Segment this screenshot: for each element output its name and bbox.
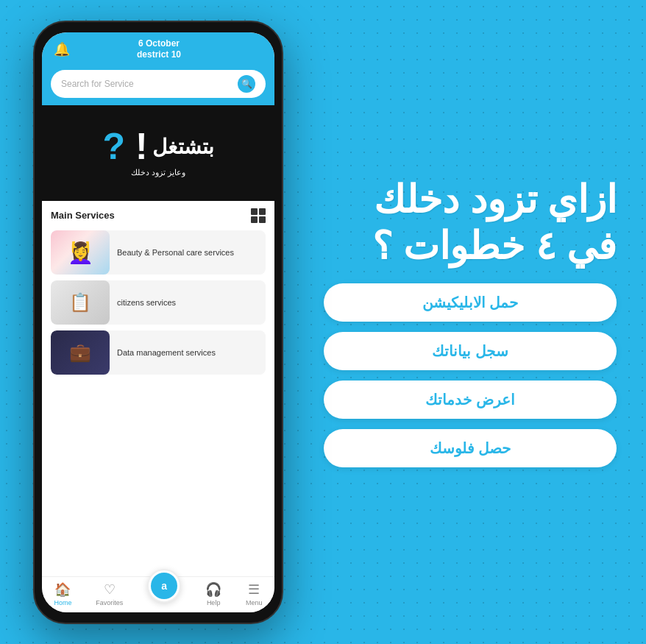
service-label-data: Data management services — [110, 348, 223, 357]
hero-subtitle: وعايز تزود دخلك — [102, 168, 213, 177]
nav-center-icon: a — [151, 573, 177, 599]
favorites-icon: ♡ — [104, 581, 116, 598]
search-input-container[interactable]: Search for Service 🔍 — [51, 70, 266, 98]
services-section: Main Services Beauty & Personal care ser… — [42, 201, 274, 576]
district-text: destrict 10 — [137, 49, 181, 61]
search-bar-area: Search for Service 🔍 — [42, 66, 274, 105]
services-title: Main Services — [51, 210, 115, 221]
bell-icon: 🔔 — [54, 41, 70, 57]
bottom-nav: 🏠 Home ♡ Favorites a 🎧 Help — [42, 576, 274, 612]
nav-menu-label: Menu — [246, 599, 263, 606]
nav-home-label: Home — [54, 599, 71, 606]
step4-button[interactable]: حصل فلوسك — [324, 429, 617, 467]
hero-question-mark: ? — [102, 126, 125, 167]
headline-line2: في ٤ خطوات ؟ — [324, 223, 617, 269]
nav-help[interactable]: 🎧 Help — [205, 581, 221, 606]
hero-exclaim: ! — [135, 126, 148, 167]
step2-button[interactable]: سجل بياناتك — [324, 332, 617, 370]
steps-list: حمل الابليكيشن سجل بياناتك اعرض خدماتك ح… — [324, 283, 617, 467]
hero-content: ? ! بتشتغل وعايز تزود دخلك — [102, 128, 213, 177]
service-card-citizens[interactable]: citizens services — [51, 280, 266, 325]
step3-button[interactable]: اعرض خدماتك — [324, 381, 617, 419]
status-bar: 🔔 6 October destrict 10 — [42, 32, 274, 66]
search-icon[interactable]: 🔍 — [238, 75, 255, 93]
left-panel: 🔔 6 October destrict 10 Search for Servi… — [0, 0, 309, 644]
grid-view-icon[interactable] — [251, 208, 266, 223]
main-layout: 🔔 6 October destrict 10 Search for Servi… — [0, 0, 646, 644]
search-placeholder: Search for Service — [61, 79, 134, 89]
service-card-beauty[interactable]: Beauty & Personal care services — [51, 230, 266, 275]
nav-center-button[interactable]: a — [147, 569, 181, 603]
nav-menu[interactable]: ☰ Menu — [246, 581, 263, 606]
hero-arabic: بتشتغل — [152, 135, 214, 159]
nav-home[interactable]: 🏠 Home — [54, 581, 71, 606]
hero-banner: ? ! بتشتغل وعايز تزود دخلك — [42, 105, 274, 201]
nav-help-label: Help — [207, 599, 221, 606]
headline-line1: ازاي تزود دخلك — [324, 177, 617, 222]
date-text: 6 October — [137, 38, 181, 50]
step1-button[interactable]: حمل الابليكيشن — [324, 283, 617, 322]
nav-favorites-label: Favorites — [96, 599, 123, 606]
service-img-citizens — [51, 280, 110, 325]
service-img-beauty — [51, 230, 110, 275]
right-panel: ازاي تزود دخلك في ٤ خطوات ؟ حمل الابليكي… — [309, 0, 646, 644]
location-display: 6 October destrict 10 — [137, 38, 181, 61]
service-label-citizens: citizens services — [110, 298, 183, 307]
service-card-data[interactable]: Data management services — [51, 330, 266, 375]
phone-mockup: 🔔 6 October destrict 10 Search for Servi… — [33, 21, 283, 624]
help-icon: 🎧 — [205, 581, 221, 598]
headline-block: ازاي تزود دخلك في ٤ خطوات ؟ — [324, 177, 617, 269]
home-icon: 🏠 — [54, 581, 71, 598]
services-header: Main Services — [51, 208, 266, 223]
service-img-data — [51, 330, 110, 375]
phone-screen: 🔔 6 October destrict 10 Search for Servi… — [42, 32, 274, 612]
nav-favorites[interactable]: ♡ Favorites — [96, 581, 123, 606]
menu-icon: ☰ — [248, 581, 260, 598]
service-label-beauty: Beauty & Personal care services — [110, 248, 241, 257]
